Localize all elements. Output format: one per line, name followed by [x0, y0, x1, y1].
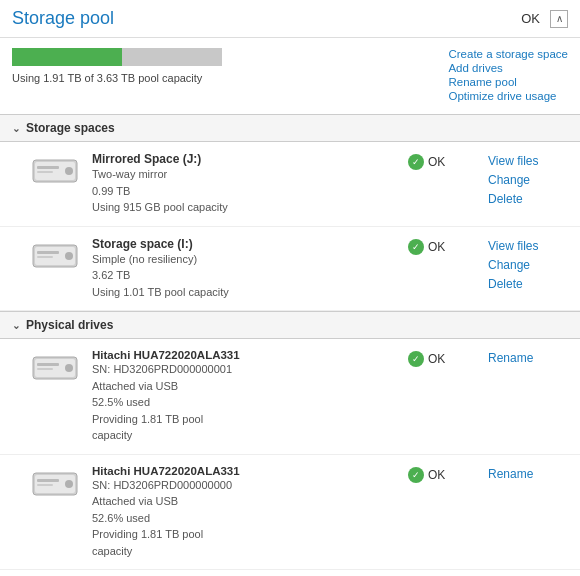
ok-check-0: ✓	[408, 154, 424, 170]
space-actions-0: View files Change Delete	[488, 152, 568, 210]
phys-drive-icon-1	[30, 465, 80, 503]
space-info-1: Storage space (I:) Simple (no resiliency…	[92, 237, 408, 301]
space-item-1: Storage space (I:) Simple (no resiliency…	[0, 227, 580, 312]
drive-check-0: ✓	[408, 351, 424, 367]
page-title: Storage pool	[12, 8, 114, 29]
svg-point-17	[65, 480, 73, 488]
physical-drives-header[interactable]: ⌄ Physical drives	[0, 311, 580, 339]
drive-detail-0: SN: HD3206PRD000000001Attached via USB52…	[92, 361, 408, 444]
svg-rect-4	[37, 171, 53, 173]
add-drives-link[interactable]: Add drives	[448, 62, 502, 74]
drive-ok-text-1: OK	[428, 468, 445, 482]
drive-actions-1: Rename	[488, 465, 568, 481]
drive-status-area-0: ✓ OK	[408, 349, 488, 367]
storage-spaces-header[interactable]: ⌄ Storage spaces	[0, 114, 580, 142]
drive-actions-0: Rename	[488, 349, 568, 365]
storage-spaces-label: Storage spaces	[26, 121, 115, 135]
svg-rect-13	[37, 363, 59, 366]
view-files-link-0[interactable]: View files	[488, 152, 568, 171]
svg-rect-18	[37, 479, 59, 482]
rename-pool-link[interactable]: Rename pool	[448, 76, 516, 88]
ok-button[interactable]: OK	[521, 11, 540, 26]
drive-info-1: Hitachi HUA722020ALA331 SN: HD3206PRD000…	[92, 465, 408, 560]
drive-icon-0	[30, 152, 80, 190]
svg-point-2	[65, 167, 73, 175]
delete-link-1[interactable]: Delete	[488, 275, 568, 294]
progress-track	[12, 48, 222, 66]
svg-rect-3	[37, 166, 59, 169]
svg-rect-9	[37, 256, 53, 258]
optimize-link[interactable]: Optimize drive usage	[448, 90, 556, 102]
physical-drives-chevron: ⌄	[12, 320, 20, 331]
drive-icon-1	[30, 237, 80, 275]
create-storage-link[interactable]: Create a storage space	[448, 48, 568, 60]
space-name-1: Storage space (I:)	[92, 237, 408, 251]
drive-item-1: Hitachi HUA722020ALA331 SN: HD3206PRD000…	[0, 455, 580, 571]
svg-rect-14	[37, 368, 53, 370]
space-info-0: Mirrored Space (J:) Two-way mirror0.99 T…	[92, 152, 408, 216]
status-area-0: ✓ OK	[408, 152, 488, 170]
header: Storage pool OK ∧	[0, 0, 580, 38]
svg-point-12	[65, 364, 73, 372]
rename-link-0[interactable]: Rename	[488, 351, 533, 365]
ok-text-1: OK	[428, 240, 445, 254]
drive-name-0: Hitachi HUA722020ALA331	[92, 349, 408, 361]
pool-links: Create a storage space Add drives Rename…	[448, 48, 568, 104]
phys-drive-icon-0	[30, 349, 80, 387]
drive-name-1: Hitachi HUA722020ALA331	[92, 465, 408, 477]
svg-rect-8	[37, 251, 59, 254]
change-link-0[interactable]: Change	[488, 171, 568, 190]
view-files-link-1[interactable]: View files	[488, 237, 568, 256]
progress-section: Using 1.91 TB of 3.63 TB pool capacity	[12, 48, 222, 84]
svg-point-7	[65, 252, 73, 260]
space-actions-1: View files Change Delete	[488, 237, 568, 295]
status-area-1: ✓ OK	[408, 237, 488, 255]
storage-spaces-chevron: ⌄	[12, 123, 20, 134]
drive-detail-1: SN: HD3206PRD000000000Attached via USB52…	[92, 477, 408, 560]
header-actions: OK ∧	[521, 10, 568, 28]
space-detail-1: Simple (no resiliency)3.62 TBUsing 1.01 …	[92, 251, 408, 301]
progress-area: Using 1.91 TB of 3.63 TB pool capacity C…	[0, 38, 580, 114]
svg-rect-19	[37, 484, 53, 486]
rename-link-1[interactable]: Rename	[488, 467, 533, 481]
drive-info-0: Hitachi HUA722020ALA331 SN: HD3206PRD000…	[92, 349, 408, 444]
drive-check-1: ✓	[408, 467, 424, 483]
space-name-0: Mirrored Space (J:)	[92, 152, 408, 166]
space-item-0: Mirrored Space (J:) Two-way mirror0.99 T…	[0, 142, 580, 227]
space-detail-0: Two-way mirror0.99 TBUsing 915 GB pool c…	[92, 166, 408, 216]
collapse-button[interactable]: ∧	[550, 10, 568, 28]
drive-ok-text-0: OK	[428, 352, 445, 366]
physical-drives-label: Physical drives	[26, 318, 113, 332]
drive-status-area-1: ✓ OK	[408, 465, 488, 483]
delete-link-0[interactable]: Delete	[488, 190, 568, 209]
ok-text-0: OK	[428, 155, 445, 169]
change-link-1[interactable]: Change	[488, 256, 568, 275]
progress-fill	[12, 48, 122, 66]
progress-label: Using 1.91 TB of 3.63 TB pool capacity	[12, 72, 222, 84]
drive-item-0: Hitachi HUA722020ALA331 SN: HD3206PRD000…	[0, 339, 580, 455]
ok-check-1: ✓	[408, 239, 424, 255]
